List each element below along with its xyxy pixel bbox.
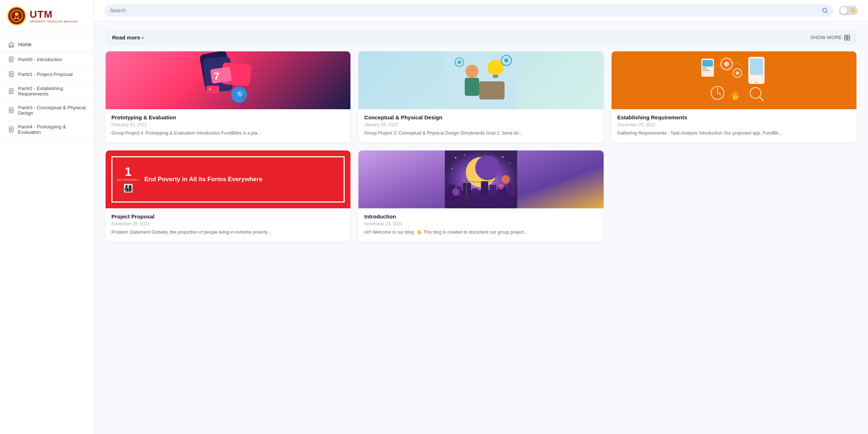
poverty-number-block: 1 NO POVERTY 👨‍👩‍👧‍👦 [117,165,139,193]
read-more-link[interactable]: Read more › [112,34,144,41]
logo-subtext: Universiti Teknologi Malaysia [30,20,78,23]
card-date-establishing: December 20, 2021 [617,122,851,127]
logo-text: UTM [30,9,78,20]
svg-rect-34 [702,68,707,69]
poverty-text: End Poverty in All its Forms Everywhere [144,175,262,183]
svg-rect-41 [750,59,763,75]
card-body-prototyping: Prototyping & Evaluation February 20, 20… [106,109,350,142]
svg-point-67 [498,184,504,190]
svg-point-48 [475,156,500,180]
theme-toggle[interactable]: ☀️ [839,6,858,15]
svg-rect-35 [702,70,710,71]
thumbnail-conceptual [358,51,603,109]
thumbnail-introduction [358,150,603,208]
thumbnail-establishing: 🖐 [612,51,856,109]
svg-rect-10 [844,38,847,40]
card-excerpt-establishing: Gathering Requirements - Task Analysis I… [617,130,851,137]
svg-rect-24 [479,81,505,99]
show-more-label: SHOW MORE [810,35,842,40]
sidebar-item-home[interactable]: Home [0,37,94,52]
card-establishing[interactable]: 🖐 Establishing Requirements December 20,… [612,51,856,142]
sidebar-item-part0[interactable]: Part#0 - Introduction [0,52,94,67]
poverty-number: 1 [117,165,139,178]
toggle-knob [840,7,847,14]
card-title-introduction: Introduction [364,213,597,220]
sidebar-logo: UTM Universiti Teknologi Malaysia [0,0,94,32]
svg-text:7: 7 [214,71,220,82]
card-title-prototyping: Prototyping & Evaluation [111,114,345,120]
svg-rect-58 [472,188,478,196]
svg-point-28 [504,58,509,63]
svg-point-37 [724,61,729,67]
sidebar-item-part1-label: Part#1 - Project Proposal [18,72,73,77]
main-content: ☀️ Read more › SHOW MORE [94,0,868,434]
sidebar-item-part0-label: Part#0 - Introduction [18,57,62,62]
svg-point-53 [451,168,452,169]
poverty-box: 1 NO POVERTY 👨‍👩‍👧‍👦 End Poverty in All … [111,156,345,203]
content-area: Read more › SHOW MORE [94,21,868,434]
sun-icon: ☀️ [850,8,856,13]
sidebar-item-home-label: Home [18,42,31,47]
sidebar-item-part3-label: Part#3 - Conceptual & Physical Design [18,105,86,116]
document-icon-1 [8,71,14,77]
show-more-button[interactable]: SHOW MORE [810,35,850,41]
svg-point-50 [464,154,465,155]
document-icon-0 [8,56,14,63]
card-excerpt-conceptual: Group Project 3: Conceptual & Physical D… [364,130,597,137]
thumbnail-prototyping: 🔍 7 + [106,51,350,109]
card-title-project-proposal: Project Proposal [111,213,345,220]
svg-point-39 [736,71,739,75]
sidebar-item-part2-label: Part#2 - Establishing Requirements [18,86,86,97]
sidebar: UTM Universiti Teknologi Malaysia Home P… [0,0,94,434]
sidebar-item-part1[interactable]: Part#1 - Project Proposal [0,67,94,82]
svg-point-49 [455,157,456,158]
card-conceptual[interactable]: Conceptual & Physical Design January 09,… [358,51,603,142]
card-excerpt-project-proposal: Problem Statement Globally, the proporti… [111,229,345,236]
document-icon-2 [8,88,14,94]
sidebar-navigation: Home Part#0 - Introduction Part#1 - Proj… [0,32,94,144]
cards-row-1: 🔍 7 + Prototyping & Evaluation February … [106,51,856,142]
svg-point-68 [452,188,459,196]
sidebar-item-part4[interactable]: Part#4 - Prototyping & Evaluation [0,120,94,139]
svg-rect-26 [493,75,498,78]
svg-rect-17 [210,67,232,84]
search-input[interactable] [110,8,819,13]
sidebar-item-part4-label: Part#4 - Prototyping & Evaluation [18,124,86,135]
family-icon: 👨‍👩‍👧‍👦 [117,184,139,193]
document-icon-4 [8,126,14,133]
svg-point-66 [501,175,510,184]
sidebar-item-part3[interactable]: Part#3 - Conceptual & Physical Design [0,101,94,120]
card-date-conceptual: January 09, 2022 [364,122,597,127]
svg-rect-11 [847,38,850,40]
card-body-project-proposal: Project Proposal November 28, 2021 Probl… [106,208,350,242]
card-project-proposal[interactable]: 1 NO POVERTY 👨‍👩‍👧‍👦 End Poverty in All … [106,150,350,242]
svg-point-1 [15,12,18,16]
svg-rect-62 [508,184,515,196]
thumbnail-project-proposal: 1 NO POVERTY 👨‍👩‍👧‍👦 End Poverty in All … [106,150,350,208]
card-introduction[interactable]: Introduction November 23, 2021 Hi!! Welc… [358,150,603,242]
home-icon [8,41,14,48]
card-excerpt-prototyping: Group Project 4: Prototyping & Evaluatio… [111,130,345,137]
card-date-introduction: November 23, 2021 [364,221,597,226]
search-bar[interactable] [104,4,834,17]
section-header: Read more › SHOW MORE [106,30,856,45]
card-excerpt-introduction: Hi!! Welcome to our blog. 👋 This blog is… [364,229,597,236]
svg-rect-8 [844,35,847,37]
svg-point-51 [502,156,503,158]
document-icon-3 [8,107,14,114]
card-prototyping[interactable]: 🔍 7 + Prototyping & Evaluation February … [106,51,350,142]
svg-point-30 [458,60,461,64]
card-body-conceptual: Conceptual & Physical Design January 09,… [358,109,603,142]
poverty-label: NO POVERTY [117,178,139,182]
search-icon[interactable] [822,7,828,14]
svg-point-42 [755,81,758,84]
svg-rect-33 [702,60,713,67]
cards-row-2: 1 NO POVERTY 👨‍👩‍👧‍👦 End Poverty in All … [106,150,856,242]
svg-text:+: + [209,86,212,92]
grid-icon [844,35,850,41]
card-body-establishing: Establishing Requirements December 20, 2… [612,109,856,142]
sidebar-item-part2[interactable]: Part#2 - Establishing Requirements [0,82,94,101]
svg-text:🖐: 🖐 [730,90,741,101]
svg-rect-59 [481,181,488,196]
card-date-project-proposal: November 28, 2021 [111,221,345,226]
